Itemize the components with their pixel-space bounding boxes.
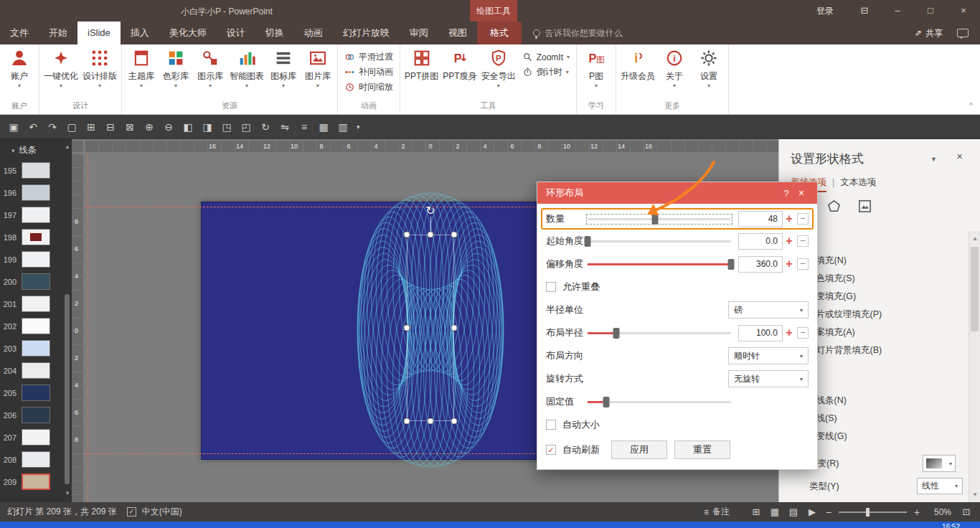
tab-动画[interactable]: 动画 (294, 22, 333, 44)
zoom-out-button[interactable]: − (821, 506, 836, 518)
selection-handle[interactable] (451, 232, 458, 238)
checkbox-允许重叠[interactable] (546, 282, 556, 292)
slide-thumbnail-203[interactable]: 203 (0, 337, 72, 359)
scroll-down-icon[interactable]: ▼ (65, 490, 70, 496)
slider-handle[interactable] (585, 236, 591, 247)
increment-button[interactable]: + (783, 326, 796, 339)
ribbon-button-时间缩放[interactable]: 时间缩放 (340, 80, 397, 95)
help-icon[interactable]: ? (778, 188, 794, 199)
shape-combine-icon[interactable]: ⊠ (121, 118, 139, 136)
scroll-down-icon[interactable]: ▼ (972, 491, 978, 498)
tell-me-box[interactable]: 告诉我你想要做什么 (522, 22, 634, 44)
panel-close-icon[interactable]: × (956, 150, 963, 162)
dropdown-旋转方式[interactable]: 无旋转▾ (728, 370, 809, 387)
save-icon[interactable]: ▣ (4, 118, 23, 136)
ribbon-button-ZoomIt[interactable]: ZoomIt▾ (518, 50, 574, 65)
shape-fragment-icon[interactable]: ⊖ (159, 118, 178, 136)
ribbon-button-升级会员[interactable]: i升级会员 (618, 46, 657, 82)
shape-union-icon[interactable]: ⊞ (82, 118, 100, 136)
ribbon-button-一键优化[interactable]: 一键优化▾ (42, 46, 80, 89)
language-indicator[interactable]: 中文(中国) (142, 506, 182, 518)
align-right-icon[interactable]: ◨ (198, 118, 217, 136)
scrollbar-thumb[interactable] (971, 247, 979, 331)
scroll-up-icon[interactable]: ▲ (65, 143, 70, 150)
ribbon-button-平滑过渡[interactable]: 平滑过渡 (340, 50, 397, 65)
selection-handle[interactable] (404, 325, 410, 331)
undo-icon[interactable]: ↶ (24, 118, 42, 136)
scroll-up-icon[interactable]: ▲ (972, 235, 978, 242)
slides-scrollbar[interactable]: ▲ ▼ (63, 143, 71, 496)
size-properties-icon[interactable] (857, 198, 873, 214)
slide-thumbnail-199[interactable]: 199 (0, 248, 72, 270)
select-object-icon[interactable]: ▢ (62, 118, 81, 136)
slider-数量[interactable] (588, 218, 730, 220)
ribbon-button-P图[interactable]: P图P图▾ (579, 46, 613, 89)
checkbox-自动大小[interactable] (546, 420, 556, 430)
preset-gradient-dropdown[interactable]: ▾ (923, 455, 956, 472)
panel-options-caret-icon[interactable]: ▼ (930, 156, 937, 163)
minimize-button[interactable]: – (881, 0, 914, 22)
distribute-icon[interactable]: ▥ (334, 118, 352, 136)
slide-sorter-icon[interactable]: ▦ (765, 506, 784, 517)
ribbon-button-PPT瘦身[interactable]: PPPT瘦身 (440, 46, 479, 82)
normal-view-icon[interactable]: ⊞ (747, 506, 765, 517)
ribbon-button-图示库[interactable]: 图示库▾ (193, 46, 227, 89)
slide-thumbnail-207[interactable]: 207 (0, 426, 72, 448)
slider-固定值[interactable] (588, 401, 731, 403)
scrollbar-thumb[interactable] (65, 294, 70, 484)
slide-thumbnail-209[interactable]: 209 (0, 471, 72, 493)
redo-icon[interactable]: ↷ (43, 118, 62, 136)
zoom-in-button[interactable]: + (910, 506, 924, 518)
ribbon-button-图片库[interactable]: 图片库▾ (301, 46, 335, 89)
selection-handle[interactable] (451, 418, 458, 425)
flip-icon[interactable]: ⇋ (275, 118, 294, 136)
dropdown-布局方向[interactable]: 顺时针▾ (728, 347, 809, 364)
dialog-title-bar[interactable]: 环形布局 ? × (537, 182, 817, 204)
ribbon-button-倒计时[interactable]: 倒计时▾ (518, 65, 574, 80)
decrement-button[interactable]: − (797, 258, 809, 270)
reading-view-icon[interactable]: ▤ (784, 506, 803, 517)
tab-切换[interactable]: 切换 (255, 22, 294, 44)
slide-thumbnail-208[interactable]: 208 (0, 448, 72, 471)
tab-视图[interactable]: 视图 (438, 22, 477, 44)
notes-button[interactable]: ≡ 备注 (704, 506, 730, 518)
shape-intersect-icon[interactable]: ⊕ (140, 118, 159, 136)
slide-thumbnail-196[interactable]: 196 (0, 182, 72, 204)
ribbon-button-安全导出[interactable]: P安全导出▾ (479, 46, 518, 89)
section-header[interactable]: ▾ 线条 (0, 139, 72, 159)
increment-button[interactable]: + (783, 235, 796, 248)
slider-起始角度[interactable] (588, 240, 731, 242)
position-icon[interactable]: ◰ (237, 118, 255, 136)
selection-handle[interactable] (428, 418, 434, 425)
crop-icon[interactable]: ◳ (217, 118, 236, 136)
dropdown-半径单位[interactable]: 磅▾ (728, 301, 809, 319)
tab-幻灯片放映[interactable]: 幻灯片放映 (333, 22, 400, 44)
slide-thumbnail-200[interactable]: 200 (0, 270, 72, 293)
zoom-slider-handle[interactable] (866, 508, 870, 517)
ribbon-display-options-icon[interactable]: ⊟ (848, 0, 881, 22)
value-input-数量[interactable]: 48 (738, 211, 783, 227)
slide-thumbnail-205[interactable]: 205 (0, 382, 72, 404)
tab-文件[interactable]: 文件 (0, 22, 39, 44)
fit-to-window-icon[interactable]: ⊡ (957, 506, 976, 517)
ribbon-button-主题库[interactable]: 主题库▾ (124, 46, 159, 89)
slide-thumbnail-201[interactable]: 201 (0, 293, 72, 315)
decrement-button[interactable]: − (797, 235, 809, 247)
tab-美化大师[interactable]: 美化大师 (159, 22, 217, 44)
maximize-button[interactable]: □ (914, 0, 947, 22)
slider-handle[interactable] (613, 328, 620, 339)
ribbon-button-图标库[interactable]: 图标库▾ (266, 46, 301, 89)
decrement-button[interactable]: − (797, 327, 809, 339)
increment-button[interactable]: + (783, 212, 796, 225)
toolbar-more-caret-icon[interactable]: ▾ (353, 123, 364, 131)
selection-handle[interactable] (404, 418, 410, 425)
slide-thumbnail-195[interactable]: 195 (0, 159, 72, 182)
ribbon-button-关于[interactable]: i关于▾ (657, 46, 692, 89)
collapse-ribbon-icon[interactable]: ^ (969, 102, 973, 110)
zoom-slider[interactable] (839, 512, 907, 513)
slide-thumbnail-197[interactable]: 197 (0, 204, 72, 226)
share-button[interactable]: ⇗ 共享 (906, 22, 951, 44)
close-button[interactable]: × (947, 0, 980, 22)
increment-button[interactable]: + (783, 258, 796, 270)
decrement-button[interactable]: − (797, 213, 809, 225)
